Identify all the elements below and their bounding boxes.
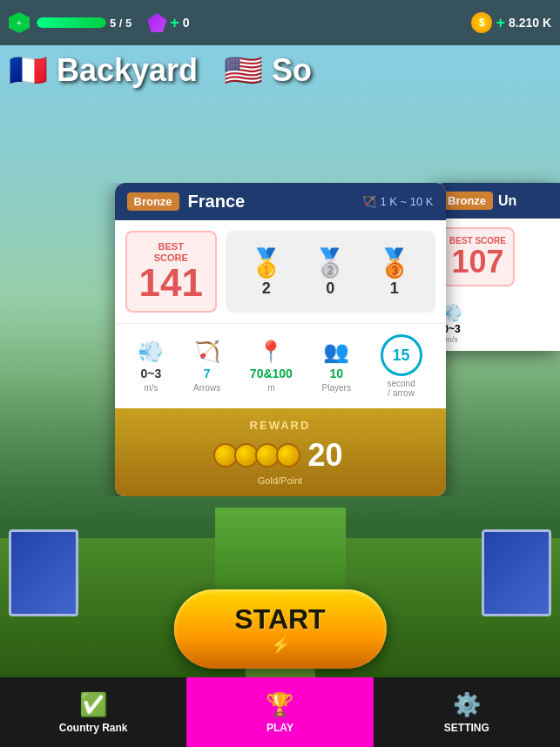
card-badge: Bronze <box>127 192 179 211</box>
medal-bronze: 🥉 1 <box>377 246 412 298</box>
medal-silver-icon: 🥈 <box>313 246 347 279</box>
status-bar: + 5 / 5 + 0 $ + 8.210 K <box>0 0 560 45</box>
right-country-flag: 🇺🇸 <box>224 52 263 89</box>
nav-play[interactable]: 🏆 PLAY <box>186 677 373 747</box>
medal-gold: 🥇 2 <box>249 246 284 298</box>
distance-label: m <box>267 383 274 393</box>
coin-icon: $ <box>471 12 492 33</box>
coin-plus-button[interactable]: + <box>496 14 505 32</box>
hp-bar <box>37 17 106 28</box>
best-score-value: 141 <box>139 264 203 302</box>
range-icon: 🏹 <box>362 195 376 208</box>
start-button-container: START ⚡ <box>173 589 386 669</box>
medal-gold-icon: 🥇 <box>249 246 284 279</box>
gold-coin-4 <box>276 443 300 468</box>
wind-item: 💨 0~3 m/s <box>138 340 164 393</box>
start-label: START <box>234 603 325 636</box>
players-label: Players <box>322 383 351 393</box>
reward-content: 20 <box>125 437 435 474</box>
timer-item: 15 second/ arrow <box>381 334 422 398</box>
billboard-left <box>9 529 78 616</box>
main-card: Bronze France 🏹 1 K ~ 10 K BESTSCORE 141… <box>115 183 446 496</box>
reward-label: REWARD <box>125 419 435 432</box>
arrows-item: 🏹 7 Arrows <box>193 340 220 393</box>
players-item: 👥 10 Players <box>322 340 351 393</box>
coin-section: $ + 8.210 K <box>471 12 551 33</box>
country-rank-icon: ✅ <box>79 691 107 718</box>
wind-value: 0~3 <box>140 367 161 380</box>
arrows-value: 7 <box>204 367 211 380</box>
timer-circle: 15 <box>381 334 422 376</box>
setting-icon: ⚙️ <box>453 691 481 718</box>
setting-label: SETTING <box>444 722 489 734</box>
wind-label: m/s <box>144 383 158 393</box>
arrows-icon: 🏹 <box>194 340 220 364</box>
card-range: 🏹 1 K ~ 10 K <box>362 195 433 208</box>
bottom-nav: ✅ Country Rank 🏆 PLAY ⚙️ SETTING <box>0 677 560 747</box>
right-country-name: So <box>272 52 312 89</box>
hp-text: 5 / 5 <box>110 17 132 30</box>
shield-icon: + <box>9 12 30 33</box>
medal-gold-count: 2 <box>249 279 284 298</box>
coin-count: 8.210 K <box>509 16 551 30</box>
card-country: France <box>188 192 246 212</box>
left-country-header: 🇫🇷 Backyard <box>9 52 198 89</box>
distance-item: 📍 70&100 m <box>250 340 293 393</box>
cards-container: Bronze France 🏹 1 K ~ 10 K BESTSCORE 141… <box>0 183 560 496</box>
players-icon: 👥 <box>323 340 349 364</box>
nav-country-rank[interactable]: ✅ Country Rank <box>0 677 186 747</box>
reward-section: REWARD 20 Gold/Point <box>115 408 446 496</box>
distance-icon: 📍 <box>258 340 284 364</box>
medal-silver-count: 0 <box>313 279 347 298</box>
right-country-header: 🇺🇸 So <box>224 52 312 89</box>
start-button[interactable]: START ⚡ <box>173 589 386 669</box>
players-value: 10 <box>329 367 343 380</box>
gem-icon <box>147 13 166 32</box>
card-header: Bronze France 🏹 1 K ~ 10 K <box>115 183 446 220</box>
gem-plus-button[interactable]: + <box>170 14 179 32</box>
left-country-flag: 🇫🇷 <box>9 52 48 89</box>
distance-value: 70&100 <box>250 367 293 380</box>
left-country-name: Backyard <box>57 52 198 89</box>
range-text: 1 K ~ 10 K <box>380 195 433 208</box>
country-headers: 🇫🇷 Backyard 🇺🇸 So <box>0 52 560 89</box>
card-stats: BESTSCORE 141 🥇 2 🥈 0 🥉 1 <box>115 220 446 323</box>
country-rank-label: Country Rank <box>59 722 128 734</box>
play-icon: 🏆 <box>266 691 293 718</box>
hp-bar-container: 5 / 5 <box>37 17 132 30</box>
medal-bronze-icon: 🥉 <box>377 246 412 279</box>
medal-silver: 🥈 0 <box>313 246 347 298</box>
medals-box: 🥇 2 🥈 0 🥉 1 <box>226 231 435 313</box>
medal-bronze-count: 1 <box>377 279 412 298</box>
gem-section: + 0 <box>147 13 189 32</box>
info-row: 💨 0~3 m/s 🏹 7 Arrows 📍 70&100 m 👥 10 Pla… <box>115 323 446 408</box>
arrows-label: Arrows <box>193 383 220 393</box>
reward-amount: 20 <box>307 437 342 474</box>
timer-label: second/ arrow <box>388 379 415 398</box>
timer-value: 15 <box>393 347 410 363</box>
wind-icon: 💨 <box>138 340 164 364</box>
reward-sublabel: Gold/Point <box>125 475 435 486</box>
nav-setting[interactable]: ⚙️ SETTING <box>374 677 560 747</box>
start-icon: ⚡ <box>271 636 290 655</box>
play-label: PLAY <box>267 722 293 734</box>
gold-coins <box>217 443 300 468</box>
hp-fill <box>37 17 106 28</box>
gem-count: 0 <box>183 16 190 30</box>
billboard-right <box>482 529 551 616</box>
best-score-box: BESTSCORE 141 <box>125 231 217 313</box>
